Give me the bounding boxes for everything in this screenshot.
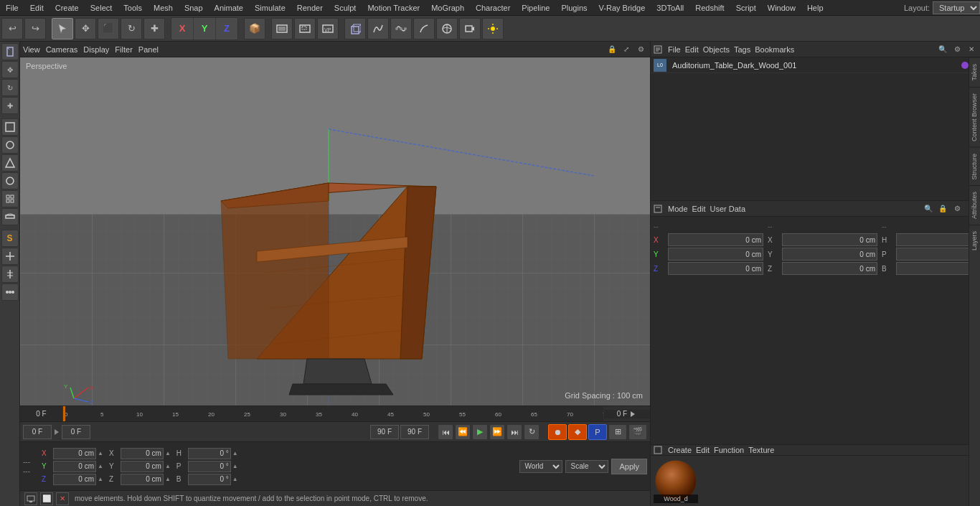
loop-button[interactable]: ↻ bbox=[524, 424, 540, 440]
render-button[interactable] bbox=[271, 18, 293, 39]
x-size-arrow[interactable]: ▲ bbox=[165, 450, 171, 456]
vp-menu-cameras[interactable]: Cameras bbox=[46, 45, 78, 54]
menu-redshift[interactable]: Redshift bbox=[689, 2, 730, 14]
attribs-edit-menu[interactable]: Edit bbox=[692, 205, 706, 213]
playback-field-current[interactable] bbox=[62, 425, 90, 439]
objects-add-icon[interactable]: ✕ bbox=[966, 44, 977, 55]
play-button[interactable]: ▶ bbox=[472, 424, 488, 440]
y-pos-up-arrow[interactable]: ▲ bbox=[98, 463, 103, 469]
playback-field-start[interactable] bbox=[23, 425, 52, 439]
object-dot-0[interactable] bbox=[961, 62, 969, 69]
vp-icon-lock[interactable]: 🔒 bbox=[606, 43, 618, 56]
menu-window[interactable]: Window bbox=[762, 2, 801, 14]
x-size-field[interactable] bbox=[121, 448, 164, 459]
go-start-button[interactable]: ⏮ bbox=[438, 424, 453, 440]
apply-button[interactable]: Apply bbox=[611, 459, 647, 474]
x-pos-field[interactable] bbox=[53, 448, 96, 459]
h-rot-field[interactable] bbox=[188, 448, 231, 459]
object-row-0[interactable]: L0 Auditorium_Table_Dark_Wood_001 bbox=[651, 57, 980, 73]
tab-takes[interactable]: Takes bbox=[969, 57, 980, 87]
z-pos-up-arrow[interactable]: ▲ bbox=[98, 476, 103, 482]
frames-button[interactable]: 🎬 bbox=[628, 424, 647, 440]
attribs-settings-icon[interactable]: ⚙ bbox=[951, 203, 963, 215]
transform-tool[interactable]: ✚ bbox=[143, 18, 165, 39]
next-frame-button[interactable]: ⏩ bbox=[489, 424, 505, 440]
light-tool[interactable] bbox=[482, 18, 504, 39]
status-icon-square[interactable]: ⬜ bbox=[40, 492, 53, 505]
vp-menu-filter[interactable]: Filter bbox=[115, 45, 132, 54]
menu-snap[interactable]: Snap bbox=[179, 2, 209, 14]
redo-button[interactable]: ↪ bbox=[24, 18, 46, 39]
attrib-y2-field[interactable] bbox=[782, 248, 877, 261]
environment-tool[interactable] bbox=[436, 18, 458, 39]
mat-texture-menu[interactable]: Texture bbox=[748, 446, 774, 454]
layout-select[interactable]: Startup bbox=[933, 1, 980, 14]
status-icon-monitor[interactable] bbox=[24, 492, 37, 505]
deformer-tool[interactable] bbox=[413, 18, 435, 39]
attrib-x2-field[interactable] bbox=[782, 233, 877, 246]
menu-plugins[interactable]: Plugins bbox=[555, 2, 593, 14]
left-tool-3[interactable]: ✚ bbox=[1, 97, 19, 114]
objects-settings-icon[interactable]: ⚙ bbox=[951, 44, 963, 55]
scale-tool[interactable]: ⬛ bbox=[98, 18, 119, 39]
menu-tools[interactable]: Tools bbox=[118, 2, 148, 14]
objects-file-menu[interactable]: File bbox=[668, 45, 681, 54]
attrib-b-field[interactable] bbox=[896, 262, 980, 275]
objects-search-icon[interactable]: 🔍 bbox=[937, 44, 948, 55]
scale-select[interactable]: Scale bbox=[565, 460, 608, 473]
y-size-arrow[interactable]: ▲ bbox=[165, 463, 171, 469]
menu-select[interactable]: Select bbox=[85, 2, 118, 14]
mat-create-menu[interactable]: Create bbox=[668, 446, 692, 454]
objects-empty-area[interactable] bbox=[651, 73, 980, 200]
z-pos-field[interactable] bbox=[53, 474, 96, 485]
menu-simulate[interactable]: Simulate bbox=[249, 2, 291, 14]
timeline-ruler[interactable]: 0 5 10 15 20 25 30 35 40 45 50 55 60 65 bbox=[63, 406, 603, 422]
z-axis-button[interactable]: Z bbox=[216, 18, 237, 39]
left-tool-11[interactable] bbox=[1, 248, 19, 265]
vp-menu-display[interactable]: Display bbox=[83, 45, 109, 54]
prev-frame-button[interactable]: ⏪ bbox=[455, 424, 471, 440]
left-tool-2[interactable]: ↻ bbox=[1, 79, 19, 96]
attrib-y-field[interactable] bbox=[668, 248, 763, 261]
objects-tags-menu[interactable]: Tags bbox=[734, 45, 750, 54]
vp-menu-view[interactable]: View bbox=[23, 45, 40, 54]
record-button[interactable]: ⏺ bbox=[548, 424, 567, 440]
rotate-tool[interactable]: ↻ bbox=[121, 18, 142, 39]
mat-function-menu[interactable]: Function bbox=[714, 446, 744, 454]
render-region[interactable] bbox=[294, 18, 316, 39]
y-size-field[interactable] bbox=[121, 461, 164, 472]
vp-icon-config[interactable]: ⚙ bbox=[634, 43, 647, 56]
z-size-arrow[interactable]: ▲ bbox=[165, 476, 171, 482]
menu-mesh[interactable]: Mesh bbox=[148, 2, 179, 14]
p-rot-arrow[interactable]: ▲ bbox=[232, 463, 238, 469]
attrib-z-field[interactable] bbox=[668, 262, 763, 275]
tab-structure[interactable]: Structure bbox=[969, 147, 980, 186]
menu-character[interactable]: Character bbox=[470, 2, 516, 14]
vp-menu-panel[interactable]: Panel bbox=[138, 45, 159, 54]
mat-edit-menu[interactable]: Edit bbox=[696, 446, 710, 454]
material-thumbnail-0[interactable]: Wood_d bbox=[654, 459, 698, 503]
object-tool[interactable]: 📦 bbox=[244, 18, 265, 39]
menu-sculpt[interactable]: Sculpt bbox=[329, 2, 362, 14]
x-pos-up-arrow[interactable]: ▲ bbox=[98, 450, 103, 456]
grid-button[interactable]: ⊞ bbox=[608, 424, 627, 440]
p-rot-field[interactable] bbox=[188, 461, 231, 472]
attrib-x-field[interactable] bbox=[668, 233, 763, 246]
z-size-field[interactable] bbox=[121, 474, 164, 485]
cube-tool[interactable] bbox=[344, 18, 366, 39]
keyframe-button[interactable]: ◆ bbox=[568, 424, 587, 440]
attribs-lock-icon[interactable]: 🔒 bbox=[937, 203, 948, 215]
menu-mograph[interactable]: MoGraph bbox=[425, 2, 470, 14]
menu-3dtoall[interactable]: 3DToAll bbox=[651, 2, 689, 14]
left-tool-1[interactable]: ✥ bbox=[1, 61, 19, 78]
y-pos-field[interactable] bbox=[53, 461, 96, 472]
undo-button[interactable]: ↩ bbox=[1, 18, 23, 39]
tab-content-browser[interactable]: Content Browser bbox=[969, 87, 980, 147]
left-tool-7[interactable] bbox=[1, 172, 19, 189]
attrib-z2-field[interactable] bbox=[782, 262, 877, 275]
go-end-button[interactable]: ⏭ bbox=[507, 424, 522, 440]
menu-pipeline[interactable]: Pipeline bbox=[516, 2, 555, 14]
vp-icon-arrows[interactable]: ⤢ bbox=[620, 43, 633, 56]
left-tool-8[interactable] bbox=[1, 190, 19, 207]
left-tool-5[interactable] bbox=[1, 136, 19, 154]
